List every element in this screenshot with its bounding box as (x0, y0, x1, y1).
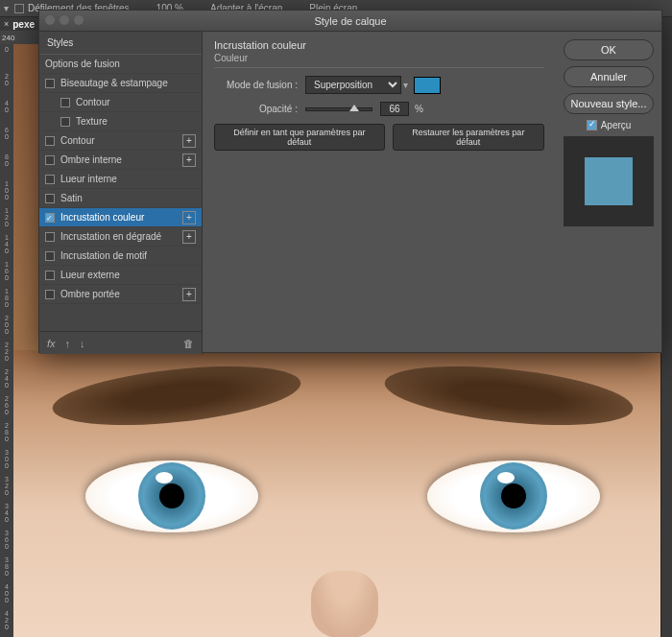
chevron-down-icon[interactable]: ▾ (403, 80, 408, 90)
style-row-9[interactable]: Incrustation de motif (39, 247, 202, 266)
blend-mode-label: Mode de fusion : (214, 80, 305, 90)
style-row-5[interactable]: Lueur interne (39, 170, 202, 189)
trash-icon[interactable]: 🗑 (183, 338, 194, 349)
opacity-unit: % (415, 104, 423, 114)
make-default-button[interactable]: Définir en tant que paramètres par défau… (214, 124, 385, 151)
color-swatch[interactable] (414, 77, 441, 94)
preview-checkbox-row[interactable]: Aperçu (564, 120, 654, 130)
style-row-10[interactable]: Lueur externe (39, 266, 202, 285)
cancel-button[interactable]: Annuler (564, 66, 654, 87)
tab-name[interactable]: pexe (12, 19, 35, 30)
style-checkbox[interactable] (45, 79, 55, 88)
blending-options-row[interactable]: Options de fusion (39, 55, 202, 74)
style-row-7[interactable]: Incrustation couleur+ (39, 208, 202, 227)
style-label: Satin (60, 193, 83, 203)
fx-icon[interactable]: fx (47, 338, 56, 349)
style-checkbox[interactable] (45, 194, 55, 203)
style-checkbox[interactable] (45, 155, 55, 165)
add-effect-icon[interactable]: + (182, 153, 196, 167)
style-label: Incrustation en dégradé (60, 231, 161, 242)
style-label: Biseautage & estampage (60, 78, 168, 88)
window-controls[interactable] (45, 15, 84, 25)
opacity-input[interactable] (380, 102, 409, 116)
add-effect-icon[interactable]: + (182, 288, 196, 301)
style-label: Lueur externe (60, 270, 120, 280)
style-checkbox[interactable] (60, 117, 70, 127)
preview-checkbox[interactable] (587, 120, 597, 130)
settings-panel: Incrustation couleur Couleur Mode de fus… (203, 32, 556, 354)
preview-label: Aperçu (601, 120, 632, 130)
style-label: Lueur interne (60, 174, 117, 184)
scroll-windows-checkbox[interactable] (14, 4, 24, 13)
style-row-8[interactable]: Incrustation en dégradé+ (39, 227, 202, 247)
style-checkbox[interactable] (45, 232, 55, 242)
style-label: Contour (60, 135, 95, 146)
style-row-6[interactable]: Satin (39, 189, 202, 208)
reset-default-button[interactable]: Restaurer les paramètres par défaut (393, 124, 544, 151)
style-row-1[interactable]: Contour (39, 93, 202, 112)
preview-swatch (585, 157, 633, 205)
add-effect-icon[interactable]: + (182, 134, 196, 148)
new-style-button[interactable]: Nouveau style... (564, 93, 654, 114)
settings-section-title: Incrustation couleur (214, 39, 544, 51)
style-label: Ombre interne (60, 154, 122, 165)
arrow-down-icon[interactable]: ↓ (80, 338, 85, 349)
layer-style-dialog: Style de calque Styles Options de fusion… (38, 10, 662, 353)
style-checkbox[interactable] (45, 175, 55, 184)
dialog-titlebar[interactable]: Style de calque (39, 11, 661, 32)
style-label: Incrustation de motif (60, 250, 147, 261)
tab-close-icon[interactable]: × (4, 19, 9, 29)
ok-button[interactable]: OK (564, 39, 654, 60)
vertical-ruler: 02 04 06 08 01 0 01 2 01 4 01 6 01 8 02 … (0, 44, 13, 637)
style-checkbox[interactable] (45, 290, 55, 299)
add-effect-icon[interactable]: + (182, 211, 196, 224)
style-row-3[interactable]: Contour+ (39, 131, 202, 151)
document-image (13, 350, 672, 637)
preview-box (564, 136, 654, 226)
style-label: Ombre portée (60, 289, 120, 299)
opacity-slider[interactable] (305, 107, 372, 111)
style-checkbox[interactable] (45, 213, 55, 223)
style-checkbox[interactable] (45, 251, 55, 261)
settings-subsection: Couleur (214, 53, 544, 68)
styles-panel: Styles Options de fusion Biseautage & es… (39, 32, 203, 354)
style-row-0[interactable]: Biseautage & estampage (39, 74, 202, 93)
style-row-11[interactable]: Ombre portée+ (39, 285, 202, 304)
add-effect-icon[interactable]: + (182, 230, 196, 244)
style-label: Contour (76, 97, 110, 107)
style-checkbox[interactable] (60, 98, 70, 107)
styles-header: Styles (39, 32, 202, 55)
style-checkbox[interactable] (45, 136, 55, 146)
style-label: Incrustation couleur (60, 212, 144, 223)
styles-footer: fx ↑ ↓ 🗑 (39, 331, 202, 354)
opacity-label: Opacité : (214, 104, 305, 114)
dialog-right-panel: OK Annuler Nouveau style... Aperçu (556, 32, 661, 354)
blend-mode-select[interactable]: Superposition (305, 76, 401, 94)
style-row-2[interactable]: Texture (39, 112, 202, 131)
style-row-4[interactable]: Ombre interne+ (39, 151, 202, 170)
dialog-title: Style de calque (314, 15, 386, 27)
arrow-up-icon[interactable]: ↑ (65, 338, 71, 349)
style-checkbox[interactable] (45, 271, 55, 280)
style-label: Texture (76, 116, 108, 127)
